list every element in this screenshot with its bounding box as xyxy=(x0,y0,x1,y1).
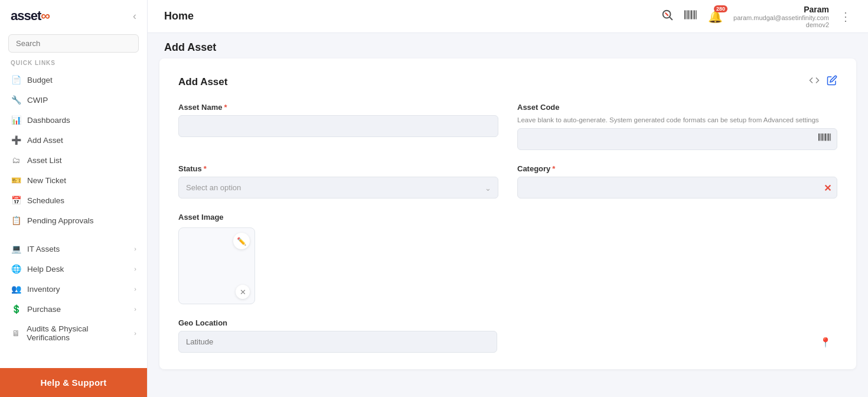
app-logo: asset∞ xyxy=(11,8,50,24)
user-org: demov2 xyxy=(806,21,829,28)
svg-rect-18 xyxy=(830,134,831,141)
svg-rect-17 xyxy=(828,134,830,141)
chevron-right-icon: › xyxy=(134,330,136,337)
svg-line-2 xyxy=(665,13,668,15)
topbar-actions: 🔔 280 Param param.mudgal@assetinfinity.c… xyxy=(661,5,851,28)
barcode-icon[interactable] xyxy=(684,9,697,24)
notification-badge: 280 xyxy=(714,5,727,12)
sidebar-item-label: Add Asset xyxy=(27,136,63,145)
user-email: param.mudgal@assetinfinity.com xyxy=(733,14,829,21)
form-card-header: Add Asset xyxy=(178,75,837,89)
sidebar-collapse-button[interactable]: ‹ xyxy=(133,10,136,22)
sidebar-item-cwip[interactable]: 🔧 CWIP xyxy=(0,90,147,110)
asset-name-label: Asset Name* xyxy=(178,103,498,112)
sidebar-item-label: CWIP xyxy=(27,96,48,105)
sidebar-item-pending-approvals[interactable]: 📋 Pending Approvals xyxy=(0,210,147,230)
image-upload-box[interactable]: ✏️ ✕ xyxy=(178,227,255,304)
dashboards-icon: 📊 xyxy=(11,115,21,125)
sidebar-item-label: Pending Approvals xyxy=(27,216,94,225)
quick-links-label: QUICK LINKS xyxy=(0,60,147,70)
content-area: Add Asset Add Asset xyxy=(148,33,868,397)
search-area xyxy=(0,30,147,60)
geo-location-label: Geo Location xyxy=(178,318,837,327)
latitude-input[interactable] xyxy=(178,331,497,353)
category-input[interactable] xyxy=(517,177,837,198)
svg-rect-5 xyxy=(688,10,689,19)
notification-bell-icon[interactable]: 🔔 280 xyxy=(708,9,723,24)
status-col: Status* Select an option ⌄ xyxy=(178,164,498,198)
svg-rect-11 xyxy=(818,134,820,141)
sidebar-item-audits[interactable]: 🖥 Audits & Physical Verifications › xyxy=(0,319,147,347)
category-label: Category* xyxy=(517,164,837,173)
sidebar-item-label: IT Assets xyxy=(27,245,60,253)
sidebar-item-budget[interactable]: 📄 Budget xyxy=(0,70,147,90)
sidebar-item-label: New Ticket xyxy=(27,176,66,185)
sidebar-bottom: Help & Support xyxy=(0,368,147,397)
search-input[interactable] xyxy=(8,34,139,53)
chevron-right-icon: › xyxy=(134,265,136,272)
asset-code-wrapper xyxy=(517,128,837,150)
svg-rect-3 xyxy=(684,10,686,19)
svg-rect-15 xyxy=(825,134,826,141)
sidebar-item-label: Schedules xyxy=(27,196,64,205)
status-select-wrapper: Select an option ⌄ xyxy=(178,177,498,198)
logo-symbol: ∞ xyxy=(41,8,50,23)
sidebar-item-help-desk[interactable]: 🌐 Help Desk › xyxy=(0,259,147,279)
sidebar-item-new-ticket[interactable]: 🎫 New Ticket xyxy=(0,170,147,190)
svg-rect-6 xyxy=(690,10,690,19)
help-support-button[interactable]: Help & Support xyxy=(0,368,147,397)
sidebar-item-it-assets[interactable]: 💻 IT Assets › xyxy=(0,239,147,259)
sidebar-item-label: Budget xyxy=(27,76,53,84)
sidebar-item-purchase[interactable]: 💲 Purchase › xyxy=(0,299,147,319)
svg-rect-14 xyxy=(824,134,824,141)
geo-input-wrapper: 📍 xyxy=(178,331,837,353)
topbar-user-info: Param param.mudgal@assetinfinity.com dem… xyxy=(733,5,829,28)
svg-line-1 xyxy=(670,17,672,19)
form-card-title: Add Asset xyxy=(178,76,227,88)
more-options-icon[interactable]: ⋮ xyxy=(840,9,851,24)
code-view-button[interactable] xyxy=(809,75,820,89)
sidebar-item-inventory[interactable]: 👥 Inventory › xyxy=(0,279,147,299)
breadcrumb: Add Asset xyxy=(148,33,868,58)
sidebar-item-schedules[interactable]: 📅 Schedules xyxy=(0,190,147,210)
asset-code-input[interactable] xyxy=(517,128,837,150)
inventory-icon: 👥 xyxy=(11,284,21,294)
schedules-icon: 📅 xyxy=(11,196,21,205)
asset-code-col: Asset Code Leave blank to auto-generate.… xyxy=(517,103,837,150)
chevron-right-icon: › xyxy=(134,285,136,292)
asset-image-section: Asset Image ✏️ ✕ xyxy=(178,213,837,304)
status-select[interactable]: Select an option xyxy=(178,177,498,198)
main-area: Home 🔔 280 Param xyxy=(148,0,868,397)
svg-rect-13 xyxy=(822,134,823,141)
help-desk-icon: 🌐 xyxy=(11,264,21,274)
chevron-right-icon: › xyxy=(134,305,136,313)
sidebar-item-dashboards[interactable]: 📊 Dashboards xyxy=(0,110,147,130)
image-edit-button[interactable]: ✏️ xyxy=(233,233,250,249)
svg-rect-7 xyxy=(691,10,692,19)
sidebar-item-label: Asset List xyxy=(27,156,62,165)
new-ticket-icon: 🎫 xyxy=(11,175,21,185)
svg-rect-10 xyxy=(696,10,697,19)
required-star: * xyxy=(224,103,227,112)
add-asset-icon: ➕ xyxy=(11,135,21,145)
edit-button[interactable] xyxy=(827,75,837,89)
it-assets-icon: 💻 xyxy=(11,244,21,253)
budget-icon: 📄 xyxy=(11,75,21,84)
sidebar-item-label: Dashboards xyxy=(27,116,70,125)
add-asset-form-card: Add Asset xyxy=(159,58,856,369)
sidebar-logo-area: asset∞ ‹ xyxy=(0,0,147,30)
category-clear-icon[interactable]: ✕ xyxy=(824,182,831,193)
user-name: Param xyxy=(804,5,829,14)
image-remove-button[interactable]: ✕ xyxy=(236,285,250,299)
topbar: Home 🔔 280 Param xyxy=(148,0,868,33)
sidebar-item-label: Purchase xyxy=(27,305,61,314)
sidebar-item-label: Audits & Physical Verifications xyxy=(27,324,128,342)
sidebar-item-asset-list[interactable]: 🗂 Asset List xyxy=(0,150,147,170)
pending-icon: 📋 xyxy=(11,216,21,225)
audits-icon: 🖥 xyxy=(11,328,21,338)
svg-rect-4 xyxy=(686,10,687,19)
asset-name-input[interactable] xyxy=(178,115,498,137)
sidebar-item-label: Help Desk xyxy=(27,265,64,274)
search-icon[interactable] xyxy=(661,8,674,24)
sidebar-item-add-asset[interactable]: ➕ Add Asset xyxy=(0,130,147,150)
